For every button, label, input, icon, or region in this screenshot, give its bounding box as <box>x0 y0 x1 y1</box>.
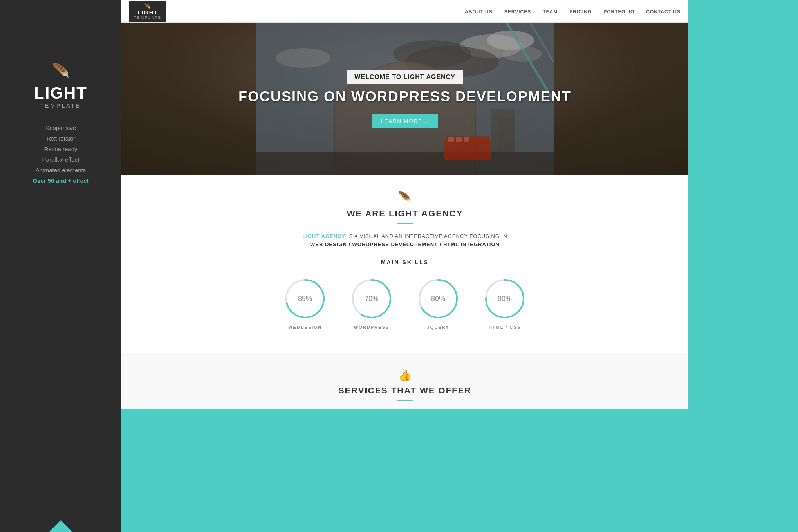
feature-parallax: Parallax effect <box>33 156 89 163</box>
about-title-prefix: WE ARE <box>347 209 389 218</box>
about-section: 🪶 WE ARE LIGHT AGENCY LIGHT AGENCY IS A … <box>121 175 688 353</box>
services-title-highlight: THAT WE OFFER <box>391 386 471 395</box>
logo-name: LIGHT <box>137 9 158 16</box>
feature-rotator: Text rotator <box>33 135 89 142</box>
skill-jquery-circle: 80% <box>417 277 460 320</box>
nav-links: ABOUT US SERVICES TEAM PRICING PORTFOLIO… <box>465 8 681 15</box>
svg-rect-11 <box>456 137 462 142</box>
right-background <box>688 0 798 532</box>
skill-wordpress: 70% WORDPRESS <box>350 277 393 330</box>
hero-section: WELCOME TO LIGHT AGENCY FOCUSING ON WORD… <box>121 23 688 175</box>
about-desc-suffix: IS A VISUAL AND AN INTERACTIVE AGENCY FO… <box>345 233 507 239</box>
svg-rect-10 <box>448 137 454 142</box>
sidebar-feather-icon: 🪶 <box>52 63 70 79</box>
skill-jquery-label: 80% <box>431 295 445 303</box>
nav-services[interactable]: SERVICES <box>504 8 531 15</box>
feature-responsive: Responsive <box>33 124 89 131</box>
skills-title: MAIN SKILLS <box>145 259 665 265</box>
skill-wordpress-label: 70% <box>365 295 379 303</box>
skill-jquery: 80% JQUERY <box>417 277 460 330</box>
logo-sub: TEMPLATE <box>134 16 162 20</box>
services-divider <box>397 400 413 401</box>
nav-portfolio[interactable]: PORTFOLIO <box>603 8 634 15</box>
skill-htmlcss-name: HTML / CSS <box>489 325 521 330</box>
about-title: WE ARE LIGHT AGENCY <box>145 209 665 219</box>
skills-row: 85% WEBDESIGN 70% WORDPRESS <box>145 277 665 330</box>
feature-effects: Over 50 and + effect <box>33 177 89 184</box>
hero-learn-more-button[interactable]: LEARN MORE... <box>372 114 439 128</box>
svg-rect-12 <box>464 137 469 142</box>
about-services-list: WEB DESIGN / WORDPRESS DEVELOPEMENT / HT… <box>145 242 665 247</box>
sidebar: 🪶 LIGHT TEMPLATE Responsive Text rotator… <box>0 0 121 532</box>
skill-webdesign-name: WEBDESIGN <box>288 325 322 330</box>
about-title-highlight: LIGHT AGENCY <box>389 209 463 218</box>
skill-wordpress-name: WORDPRESS <box>354 325 389 330</box>
services-section: 👍 SERVICES THAT WE OFFER <box>121 353 688 409</box>
hero-subtitle: WELCOME TO LIGHT AGENCY <box>347 70 463 84</box>
hero-content: WELCOME TO LIGHT AGENCY FOCUSING ON WORD… <box>238 70 571 128</box>
about-description: LIGHT AGENCY IS A VISUAL AND AN INTERACT… <box>145 233 665 239</box>
services-icon: 👍 <box>145 369 665 382</box>
about-company-name: LIGHT AGENCY <box>302 233 345 239</box>
svg-rect-7 <box>256 152 554 175</box>
navbar: 🪶 LIGHT TEMPLATE ABOUT US SERVICES TEAM … <box>121 0 688 23</box>
nav-logo: 🪶 LIGHT TEMPLATE <box>129 1 166 22</box>
sidebar-subtitle: TEMPLATE <box>40 103 81 109</box>
feature-retina: Retina ready <box>33 146 89 152</box>
logo-feather-icon: 🪶 <box>144 3 151 9</box>
skill-htmlcss-label: 90% <box>498 295 512 303</box>
nav-contact[interactable]: CONTACT US <box>646 8 681 15</box>
skill-webdesign-circle: 85% <box>283 277 327 320</box>
nav-about[interactable]: ABOUT US <box>465 8 493 15</box>
services-title-prefix: SERVICES <box>338 386 391 395</box>
nav-team[interactable]: TEAM <box>543 8 558 15</box>
hero-title: FOCUSING ON WORDPRESS DEVELOPMENT <box>238 88 571 105</box>
hero-subtitle-prefix: WELCOME TO <box>354 74 403 80</box>
services-title: SERVICES THAT WE OFFER <box>145 386 665 396</box>
skill-html-css: 90% HTML / CSS <box>483 277 526 330</box>
skill-webdesign-label: 85% <box>298 295 312 303</box>
skill-webdesign: 85% WEBDESIGN <box>283 277 327 330</box>
skill-htmlcss-circle: 90% <box>483 277 526 320</box>
about-feather-icon: 🪶 <box>145 191 665 204</box>
skill-jquery-name: JQUERY <box>427 325 450 330</box>
sidebar-features-list: Responsive Text rotator Retina ready Par… <box>33 124 89 188</box>
svg-point-4 <box>276 48 330 68</box>
nav-pricing[interactable]: PRICING <box>569 8 592 15</box>
feature-animated: Animated elements <box>33 167 89 173</box>
about-divider <box>397 223 413 224</box>
hero-subtitle-highlight: LIGHT AGENCY <box>404 74 455 80</box>
sidebar-title: LIGHT <box>34 84 87 103</box>
main-content: 🪶 LIGHT TEMPLATE ABOUT US SERVICES TEAM … <box>121 0 688 532</box>
skill-wordpress-circle: 70% <box>350 277 393 320</box>
